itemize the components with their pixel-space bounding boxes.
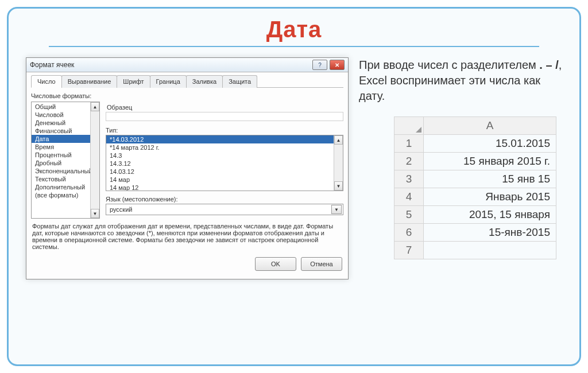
- ok-button[interactable]: OK: [255, 257, 296, 271]
- category-item[interactable]: (все форматы): [32, 191, 99, 199]
- dialog-title: Формат ячеек: [30, 61, 74, 69]
- scroll-up-icon[interactable]: ▲: [91, 102, 99, 111]
- category-item-date[interactable]: Дата: [32, 135, 99, 143]
- row-header[interactable]: 4: [394, 188, 424, 206]
- category-item[interactable]: Денежный: [32, 119, 99, 127]
- type-item[interactable]: 14 мар: [106, 176, 343, 184]
- row-header[interactable]: 2: [394, 153, 424, 170]
- language-value: русский: [110, 206, 132, 213]
- language-select[interactable]: русский ▼: [106, 204, 343, 215]
- category-item[interactable]: Экспоненциальный: [32, 167, 99, 175]
- format-description: Форматы дат служат для отображения дат и…: [31, 219, 343, 257]
- category-listbox[interactable]: Общий Числовой Денежный Финансовый Дата …: [31, 102, 100, 219]
- tab-fill[interactable]: Заливка: [186, 75, 223, 88]
- category-item[interactable]: Текстовый: [32, 175, 99, 183]
- row-header[interactable]: 3: [394, 170, 424, 188]
- format-cells-dialog: Формат ячеек ? ✕ Число Выравнивание Шриф…: [26, 57, 349, 279]
- dialog-tabs: Число Выравнивание Шрифт Граница Заливка…: [31, 75, 343, 88]
- select-all-corner[interactable]: [394, 117, 424, 135]
- row-header[interactable]: 5: [394, 206, 424, 224]
- sample-box: [106, 112, 343, 121]
- scroll-up-icon[interactable]: ▲: [334, 135, 343, 145]
- category-item[interactable]: Числовой: [32, 111, 99, 119]
- number-formats-label: Числовые форматы:: [31, 92, 343, 99]
- cell[interactable]: 15 янв 15: [424, 170, 556, 188]
- row-header[interactable]: 1: [394, 135, 424, 153]
- category-item[interactable]: Общий: [32, 103, 99, 111]
- separator-highlight: . – /: [539, 59, 558, 71]
- sample-label: Образец: [107, 104, 343, 111]
- tab-number[interactable]: Число: [31, 75, 62, 88]
- category-item[interactable]: Дробный: [32, 159, 99, 167]
- type-label: Тип:: [106, 127, 343, 134]
- type-item[interactable]: *14.03.2012: [106, 135, 343, 143]
- page-title: Дата: [9, 17, 579, 42]
- cancel-button[interactable]: Отмена: [301, 257, 342, 271]
- close-button[interactable]: ✕: [330, 60, 345, 70]
- column-header-a[interactable]: A: [424, 117, 556, 135]
- cell[interactable]: Январь 2015: [424, 188, 556, 206]
- type-item[interactable]: 14.03.12: [106, 168, 343, 176]
- tab-font[interactable]: Шрифт: [117, 75, 150, 88]
- type-listbox[interactable]: *14.03.2012 *14 марта 2012 г. 14.3 14.3.…: [106, 135, 343, 191]
- type-scrollbar[interactable]: ▲ ▼: [334, 135, 343, 191]
- chevron-down-icon[interactable]: ▼: [331, 205, 342, 214]
- cell[interactable]: 15-янв-2015: [424, 224, 556, 242]
- scroll-down-icon[interactable]: ▼: [334, 181, 343, 191]
- category-item[interactable]: Финансовый: [32, 127, 99, 135]
- category-scrollbar[interactable]: ▲ ▼: [90, 102, 99, 218]
- explanation-text: При вводе чисел с разделителем . – /, Ex…: [359, 57, 562, 104]
- tab-protection[interactable]: Защита: [222, 75, 257, 88]
- help-button[interactable]: ?: [312, 60, 327, 70]
- category-item[interactable]: Дополнительный: [32, 183, 99, 191]
- row-header[interactable]: 6: [394, 224, 424, 242]
- type-item[interactable]: 14 мар 12: [106, 184, 343, 191]
- tab-alignment[interactable]: Выравнивание: [61, 75, 118, 88]
- cell[interactable]: 15 января 2015 г.: [424, 153, 556, 170]
- worksheet-sample: A 115.01.2015 215 января 2015 г. 315 янв…: [394, 116, 556, 259]
- tab-border[interactable]: Граница: [150, 75, 187, 88]
- cell[interactable]: 2015, 15 января: [424, 206, 556, 224]
- category-item[interactable]: Время: [32, 143, 99, 151]
- row-header[interactable]: 7: [394, 242, 424, 259]
- language-label: Язык (местоположение):: [106, 196, 343, 203]
- type-item[interactable]: 14.3: [106, 151, 343, 160]
- scroll-down-icon[interactable]: ▼: [91, 209, 99, 218]
- cell[interactable]: 15.01.2015: [424, 135, 556, 153]
- cell[interactable]: [424, 242, 556, 259]
- category-item[interactable]: Процентный: [32, 151, 99, 159]
- type-item[interactable]: *14 марта 2012 г.: [106, 143, 343, 151]
- type-item[interactable]: 14.3.12: [106, 160, 343, 168]
